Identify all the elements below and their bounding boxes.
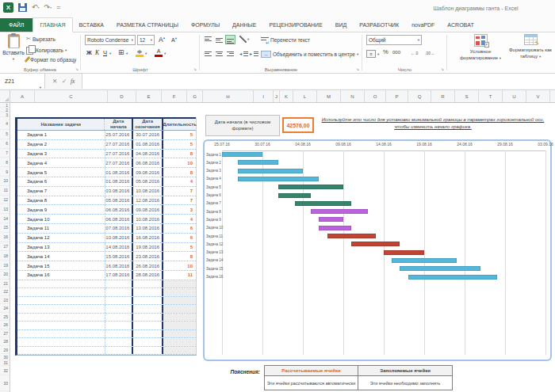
row-header-5[interactable]: 5	[0, 130, 10, 139]
cancel-icon[interactable]: ✕	[52, 74, 57, 89]
conditional-formatting-button[interactable]: ≠ Условное форматирование ▾	[454, 34, 507, 71]
task-row[interactable]: Задача 601.08.201605.08.20164	[17, 177, 196, 187]
column-header-V[interactable]: V	[526, 90, 550, 102]
tab-рецензирование[interactable]: РЕЦЕНЗИРОВАНИЕ	[262, 18, 328, 32]
row-header-19[interactable]: 19	[0, 261, 10, 270]
task-row[interactable]: Задача 227.07.201601.08.20165	[17, 140, 196, 150]
align-bottom-button[interactable]	[226, 36, 235, 44]
format-as-table-button[interactable]: Форматировать как таблицу ▾	[508, 34, 553, 71]
column-header-O[interactable]: O	[365, 90, 386, 102]
task-row[interactable]: Задача 805.08.201612.08.20167	[17, 196, 196, 206]
tab-файл[interactable]: ФАЙЛ	[0, 18, 33, 32]
underline-button[interactable]: Ч	[103, 50, 107, 56]
increase-indent-button[interactable]: ▸	[250, 50, 259, 58]
wrap-text-button[interactable]: Перенести текст	[261, 36, 310, 44]
align-right-button[interactable]	[226, 50, 235, 58]
decrease-indent-button[interactable]: ◂	[239, 50, 249, 58]
gantt-bar[interactable]	[384, 250, 424, 255]
column-header-E[interactable]: E	[136, 90, 162, 102]
gantt-bar[interactable]	[408, 275, 497, 280]
decrease-decimal-button[interactable]: .00→	[425, 51, 434, 55]
task-row[interactable]: Задача 427.07.201606.08.201610	[17, 158, 196, 168]
tab-данные[interactable]: ДАННЫЕ	[226, 18, 262, 32]
gantt-bar[interactable]	[311, 209, 367, 214]
font-color-button[interactable]: А	[155, 48, 163, 57]
column-header-I[interactable]: I	[254, 90, 274, 102]
row-header-11[interactable]: 11	[0, 186, 10, 196]
increase-font-button[interactable]: А▴	[159, 36, 165, 44]
task-row[interactable]: Задача 501.08.201609.08.20168	[17, 168, 196, 177]
row-header-29[interactable]: 29	[0, 346, 10, 355]
decrease-font-button[interactable]: А▾	[171, 37, 177, 43]
paste-button[interactable]: Вставить ▾	[2, 34, 25, 70]
row-header-33[interactable]: 33	[0, 375, 10, 391]
increase-decimal-button[interactable]: ←.0	[411, 51, 418, 55]
tab-вид[interactable]: ВИД	[329, 18, 353, 32]
align-left-button[interactable]	[204, 50, 212, 58]
name-box[interactable]: Z21 ▾	[0, 74, 45, 89]
column-header-K[interactable]: K	[280, 90, 293, 102]
task-row[interactable]: Задача 125.07.201630.07.20165	[17, 131, 196, 140]
column-header-C[interactable]: C	[35, 90, 108, 102]
row-header-18[interactable]: 18	[0, 251, 10, 261]
tab-разметка страницы[interactable]: РАЗМЕТКА СТРАНИЦЫ	[110, 18, 185, 32]
merge-center-button[interactable]: ↔ Объединить и поместить в центре ▾	[261, 51, 358, 58]
column-header-A[interactable]: A	[10, 90, 35, 102]
font-name-select[interactable]: Roboto Condense▾	[85, 35, 136, 45]
number-format-select[interactable]: Общий▾	[366, 35, 422, 45]
underline-dropdown-icon[interactable]: ▾	[109, 51, 111, 55]
task-row[interactable]: Задача 703.08.201610.08.20167	[17, 187, 196, 196]
gantt-bar[interactable]	[222, 152, 262, 157]
gantt-bar[interactable]	[295, 201, 351, 206]
comma-style-button[interactable]: 000	[392, 50, 400, 55]
accounting-format-button[interactable]: ¤▾	[366, 50, 379, 58]
row-header-6[interactable]: 6	[0, 139, 10, 149]
column-header-U[interactable]: U	[503, 90, 526, 102]
row-header-23[interactable]: 23	[0, 296, 10, 305]
task-row[interactable]: Задача 1006.08.201610.08.20164	[17, 215, 196, 224]
row-header-15[interactable]: 15	[0, 223, 10, 233]
row-header-27[interactable]: 27	[0, 329, 10, 338]
gantt-chart[interactable]: 25.07.1630.07.1604.08.1609.08.1614.08.16…	[203, 139, 552, 361]
bold-button[interactable]: Ж	[86, 50, 92, 56]
borders-dropdown-icon[interactable]: ▾	[126, 51, 128, 55]
column-header-P[interactable]: P	[386, 90, 408, 102]
gantt-bar[interactable]	[319, 226, 351, 230]
align-top-button[interactable]	[204, 36, 212, 44]
number-dialog-launcher[interactable]: ↘	[441, 67, 444, 71]
column-header-T[interactable]: T	[479, 90, 503, 102]
gantt-bar[interactable]	[400, 266, 480, 271]
gantt-bar[interactable]	[351, 242, 400, 246]
orientation-button[interactable]: ▾	[239, 36, 249, 43]
gantt-bar[interactable]	[238, 177, 319, 181]
gantt-bar[interactable]	[238, 169, 303, 173]
row-header-14[interactable]: 14	[0, 214, 10, 223]
empty-task-row[interactable]	[17, 305, 196, 314]
insert-function-icon[interactable]: fx	[71, 74, 75, 89]
italic-button[interactable]: К	[95, 50, 99, 56]
font-dialog-launcher[interactable]: ↘	[193, 67, 197, 71]
row-header-26[interactable]: 26	[0, 321, 10, 329]
row-header-32[interactable]: 32	[0, 366, 10, 375]
row-header-22[interactable]: 22	[0, 287, 10, 296]
save-icon[interactable]	[18, 3, 27, 12]
gantt-bar[interactable]	[392, 258, 457, 263]
empty-task-row[interactable]	[17, 338, 196, 347]
cut-button[interactable]: ✂ Вырезать	[26, 36, 56, 42]
format-painter-button[interactable]: Формат по образцу	[26, 56, 76, 63]
sheet-area[interactable]: 1234567891011121314151617181920212223242…	[0, 103, 555, 392]
tab-acrobat[interactable]: ACROBAT	[441, 18, 480, 32]
row-header-21[interactable]: 21	[0, 280, 10, 288]
row-header-17[interactable]: 17	[0, 242, 10, 252]
select-all-button[interactable]	[0, 90, 10, 102]
column-header-G[interactable]: G	[187, 90, 203, 102]
row-header-30[interactable]: 30	[0, 354, 10, 360]
column-header-Q[interactable]: Q	[408, 90, 431, 102]
empty-task-row[interactable]	[17, 330, 196, 339]
redo-button[interactable]: ↷▾	[44, 3, 52, 12]
task-row[interactable]: Задача 1516.08.201626.08.201610	[17, 261, 196, 271]
percent-style-button[interactable]: %	[383, 48, 388, 55]
row-header-13[interactable]: 13	[0, 204, 10, 214]
gantt-bar[interactable]	[319, 217, 343, 222]
enter-icon[interactable]: ✓	[62, 74, 67, 89]
